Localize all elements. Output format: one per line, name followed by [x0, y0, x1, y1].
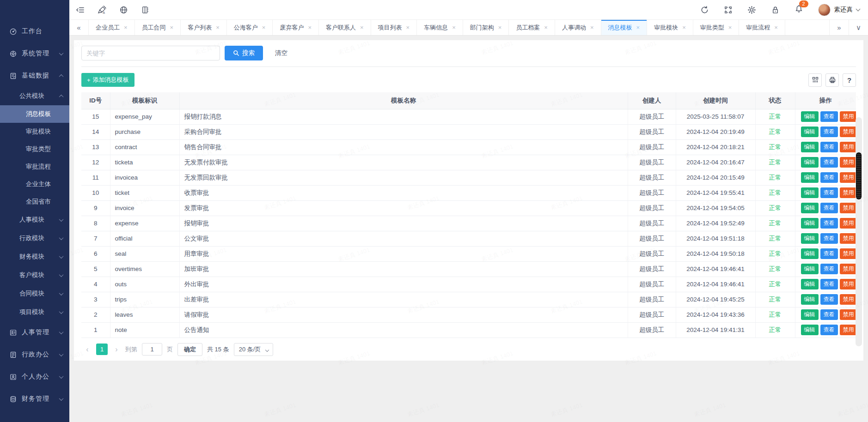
- edit-button[interactable]: 编辑: [801, 203, 819, 213]
- disable-button[interactable]: 禁用: [840, 187, 856, 198]
- tab[interactable]: 客户联系人×: [319, 20, 371, 35]
- sidebar-item[interactable]: 全国省市: [0, 193, 69, 211]
- sidebar-item[interactable]: 审批流程: [0, 158, 69, 175]
- search-input[interactable]: [81, 46, 220, 60]
- view-button[interactable]: 查看: [820, 248, 838, 259]
- notifications[interactable]: 2: [795, 5, 803, 15]
- close-icon[interactable]: ×: [124, 24, 128, 30]
- edit-button[interactable]: 编辑: [801, 172, 819, 183]
- goto-page-input[interactable]: [142, 343, 162, 356]
- view-button[interactable]: 查看: [820, 111, 838, 122]
- close-icon[interactable]: ×: [590, 24, 594, 30]
- goto-confirm-button[interactable]: 确定: [177, 343, 202, 356]
- edit-button[interactable]: 编辑: [801, 218, 819, 229]
- refresh-icon[interactable]: [700, 6, 709, 14]
- disable-button[interactable]: 禁用: [840, 203, 856, 213]
- edit-button[interactable]: 编辑: [801, 309, 819, 320]
- sidebar-item[interactable]: 人事模块: [0, 211, 69, 229]
- sidebar-item[interactable]: 审批模块: [0, 123, 69, 140]
- disable-button[interactable]: 禁用: [840, 279, 856, 289]
- close-icon[interactable]: ×: [636, 24, 640, 30]
- tab-overflow-button[interactable]: ∨: [849, 20, 868, 35]
- table-scrollbar-thumb[interactable]: [856, 152, 862, 199]
- edit-button[interactable]: 编辑: [801, 325, 819, 335]
- tab-scroll-right-button[interactable]: »: [829, 20, 849, 35]
- edit-button[interactable]: 编辑: [801, 233, 819, 244]
- tab[interactable]: 企业员工×: [89, 20, 135, 35]
- sidebar-item[interactable]: 合同模块: [0, 284, 69, 303]
- search-button[interactable]: 搜索: [225, 46, 263, 60]
- disable-button[interactable]: 禁用: [840, 218, 856, 229]
- prev-page-button[interactable]: ‹: [83, 345, 92, 354]
- edit-button[interactable]: 编辑: [801, 142, 819, 152]
- user-menu[interactable]: 素还真: [818, 4, 860, 16]
- close-icon[interactable]: ×: [544, 24, 548, 30]
- tab[interactable]: 项目列表×: [371, 20, 417, 35]
- view-button[interactable]: 查看: [820, 127, 838, 137]
- edit-button[interactable]: 编辑: [801, 264, 819, 274]
- close-icon[interactable]: ×: [406, 24, 410, 30]
- view-button[interactable]: 查看: [820, 264, 838, 274]
- disable-button[interactable]: 禁用: [840, 142, 856, 152]
- sidebar-item[interactable]: 财务模块: [0, 247, 69, 266]
- collapse-sidebar-icon[interactable]: [76, 6, 85, 14]
- close-icon[interactable]: ×: [216, 24, 220, 30]
- close-icon[interactable]: ×: [682, 24, 686, 30]
- avatar[interactable]: [818, 4, 831, 16]
- disable-button[interactable]: 禁用: [840, 309, 856, 320]
- sidebar-item[interactable]: 个人办公: [0, 366, 69, 388]
- disable-button[interactable]: 禁用: [840, 294, 856, 305]
- view-button[interactable]: 查看: [820, 309, 838, 320]
- print-button[interactable]: [825, 73, 839, 87]
- view-button[interactable]: 查看: [820, 218, 838, 229]
- close-icon[interactable]: ×: [360, 24, 364, 30]
- table-scrollbar-track[interactable]: [856, 117, 862, 346]
- view-button[interactable]: 查看: [820, 157, 838, 168]
- close-icon[interactable]: ×: [498, 24, 502, 30]
- disable-button[interactable]: 禁用: [840, 157, 856, 168]
- view-button[interactable]: 查看: [820, 172, 838, 183]
- close-icon[interactable]: ×: [774, 24, 778, 30]
- sidebar-item[interactable]: 系统管理: [0, 42, 69, 65]
- sidebar-item[interactable]: 行政模块: [0, 229, 69, 247]
- language-globe-icon[interactable]: [119, 6, 128, 14]
- tab[interactable]: 审批流程×: [739, 20, 785, 35]
- edit-button[interactable]: 编辑: [801, 187, 819, 198]
- view-button[interactable]: 查看: [820, 294, 838, 305]
- disable-button[interactable]: 禁用: [840, 233, 856, 244]
- sidebar-item[interactable]: 审批类型: [0, 140, 69, 158]
- sidebar-item[interactable]: 财务管理: [0, 388, 69, 410]
- edit-button[interactable]: 编辑: [801, 248, 819, 259]
- tab[interactable]: 部门架构×: [463, 20, 509, 35]
- edit-button[interactable]: 编辑: [801, 157, 819, 168]
- sidebar-item[interactable]: 工作台: [0, 20, 69, 42]
- layout-frame-icon[interactable]: [141, 6, 150, 14]
- sidebar-item[interactable]: 项目模块: [0, 303, 69, 321]
- tab[interactable]: 员工档案×: [509, 20, 555, 35]
- view-button[interactable]: 查看: [820, 233, 838, 244]
- fullscreen-icon[interactable]: [724, 6, 733, 14]
- disable-button[interactable]: 禁用: [840, 172, 856, 183]
- tab[interactable]: 员工合同×: [135, 20, 181, 35]
- disable-button[interactable]: 禁用: [840, 248, 856, 259]
- edit-button[interactable]: 编辑: [801, 111, 819, 122]
- lock-icon[interactable]: [771, 6, 780, 14]
- tab[interactable]: 审批类型×: [693, 20, 740, 35]
- sidebar-item[interactable]: 消息模板: [0, 105, 69, 123]
- sidebar-item[interactable]: 企业主体: [0, 175, 69, 193]
- tab[interactable]: 公海客户×: [227, 20, 273, 35]
- disable-button[interactable]: 禁用: [840, 127, 856, 137]
- sidebar-item[interactable]: 行政办公: [0, 344, 69, 366]
- close-icon[interactable]: ×: [452, 24, 456, 30]
- view-button[interactable]: 查看: [820, 325, 838, 335]
- close-icon[interactable]: ×: [308, 24, 312, 30]
- tab[interactable]: 车辆信息×: [417, 20, 463, 35]
- tab[interactable]: 废弃客户×: [273, 20, 319, 35]
- disable-button[interactable]: 禁用: [840, 325, 856, 335]
- view-button[interactable]: 查看: [820, 279, 838, 289]
- sidebar-item[interactable]: 公共模块: [0, 87, 69, 105]
- edit-button[interactable]: 编辑: [801, 279, 819, 289]
- page-number-button[interactable]: 1: [96, 344, 108, 355]
- tab[interactable]: 人事调动×: [555, 20, 601, 35]
- tab[interactable]: 消息模板×: [601, 20, 648, 35]
